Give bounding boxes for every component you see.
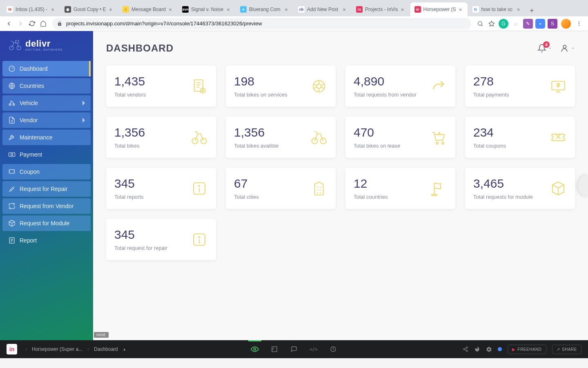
stat-card[interactable]: 234Total coupons [465, 117, 575, 158]
stat-card[interactable]: 345Total reports [106, 168, 216, 209]
forward-button[interactable] [15, 18, 26, 29]
url-text: projects.invisionapp.com/d/main?origin=v… [66, 20, 262, 27]
close-icon[interactable]: × [167, 7, 173, 12]
tab-title: Horsepower (S [423, 7, 456, 12]
ext-zoom-icon[interactable]: ▪ [535, 19, 545, 29]
stat-label: Total payments [473, 92, 509, 98]
hide-button[interactable]: HIDE [94, 332, 109, 338]
sidebar: delivr ANYTIME, ANYWHERE DashboardCountr… [0, 31, 93, 340]
sidebar-item-maintenance[interactable]: Maintenance [2, 130, 91, 145]
stat-card[interactable]: 3,465Total requests for module [465, 168, 575, 209]
preview-mode-icon[interactable] [251, 345, 259, 353]
stats-grid: 1,435Total vendors198Total bikes on serv… [106, 65, 575, 260]
settings-icon[interactable] [486, 346, 492, 352]
stat-label: Total bikes [114, 143, 145, 149]
browser-tab[interactable]: inHorsepower (S× [410, 2, 468, 16]
menu-button[interactable] [573, 18, 585, 29]
bike-icon [310, 129, 327, 146]
history-mode-icon[interactable] [329, 345, 337, 353]
sidebar-item-request-for-module[interactable]: Request for Module [2, 215, 91, 231]
browser-tab[interactable]: MInbox (1,435) -× [2, 2, 60, 16]
close-icon[interactable]: × [458, 7, 463, 12]
stat-card[interactable]: 12Total countries [345, 168, 455, 209]
browser-tab[interactable]: svnSignal v. Noise× [178, 2, 235, 16]
stat-card[interactable]: 345Total request for repair [106, 219, 216, 260]
notifications-button[interactable]: 4 [537, 44, 552, 53]
stat-card[interactable]: 470Total bikes on lease [345, 117, 455, 158]
star-icon[interactable] [486, 18, 497, 29]
browser-tab[interactable]: inProjects - InVis× [352, 2, 409, 16]
stat-card[interactable]: 1,435Total vendors [106, 65, 216, 107]
browser-tab[interactable]: cbAdd New Post× [294, 2, 351, 16]
page-title: DASHBOARD [106, 43, 174, 54]
sidebar-item-request-for-repair[interactable]: Request for Repair [2, 181, 91, 197]
stat-label: Total cities [234, 194, 259, 200]
comment-mode-icon[interactable] [290, 345, 298, 353]
user-menu[interactable] [560, 44, 575, 53]
close-icon[interactable]: × [341, 7, 347, 12]
stat-card[interactable]: 278Total payments [465, 65, 575, 107]
svg-point-4 [579, 25, 579, 25]
close-icon[interactable]: × [400, 7, 405, 12]
close-icon[interactable]: × [283, 7, 289, 12]
close-icon[interactable]: × [516, 7, 521, 12]
sidebar-item-request-from-vendor[interactable]: Request from Vendor [2, 198, 91, 214]
stat-card[interactable]: 4,890Total requests from vendor [345, 65, 455, 107]
zoom-icon[interactable] [474, 18, 486, 29]
close-icon[interactable]: × [225, 7, 231, 12]
sidebar-item-report[interactable]: Report [2, 233, 91, 248]
tab-title: Bluerang Com [249, 7, 282, 12]
close-icon[interactable]: × [108, 7, 114, 12]
build-mode-icon[interactable] [270, 345, 278, 353]
ext-grammarly-icon[interactable]: G [499, 19, 508, 29]
info-icon [191, 180, 208, 197]
share-link-icon[interactable] [463, 346, 468, 352]
stat-card[interactable]: 198Total bikes on services [226, 65, 336, 107]
sidebar-item-payment[interactable]: Payment [2, 147, 91, 162]
crumb-dropdown-icon[interactable]: ▲ [123, 348, 126, 351]
favicon: svn [182, 6, 189, 13]
home-button[interactable] [38, 18, 49, 29]
inspect-mode-icon[interactable]: </> [310, 345, 318, 353]
crumb-screen[interactable]: Dashboard [94, 346, 118, 352]
ext-icon-2[interactable]: ☼ [511, 19, 521, 29]
cloud-icon[interactable] [474, 346, 480, 352]
nav-label: Payment [20, 151, 42, 158]
stat-value: 3,465 [473, 177, 533, 191]
svg-point-25 [436, 142, 438, 144]
stat-value: 4,890 [354, 74, 416, 88]
share-button[interactable]: ↗SHARE [552, 345, 581, 354]
invision-logo[interactable]: in [7, 344, 17, 355]
browser-tab[interactable]: ◉Good Copy • E× [60, 2, 118, 16]
stat-value: 234 [473, 126, 506, 139]
stat-card[interactable]: 1,356Total bikes [106, 117, 216, 158]
building-icon [310, 180, 327, 197]
browser-tab[interactable]: ●Bluerang Com× [236, 2, 293, 16]
ext-icon-3[interactable]: ✎ [523, 19, 533, 29]
nav-label: Countries [20, 83, 44, 89]
sidebar-item-vendor[interactable]: Vendor [2, 112, 91, 128]
browser-tab[interactable]: Ghow to take sc× [468, 2, 526, 16]
svg-point-3 [579, 23, 579, 24]
sidebar-item-countries[interactable]: Countries [2, 78, 91, 94]
sidebar-item-vehicle[interactable]: Vehicle [2, 95, 91, 111]
brand-tagline: ANYTIME, ANYWHERE [25, 48, 63, 51]
stat-value: 67 [234, 177, 259, 191]
address-bar[interactable]: projects.invisionapp.com/d/main?origin=v… [52, 18, 471, 29]
browser-tab[interactable]: ○Message Board× [118, 2, 177, 16]
sidebar-item-dashboard[interactable]: Dashboard [2, 61, 91, 76]
stat-card[interactable]: 1,356Total bikes avalible [226, 117, 336, 158]
profile-avatar[interactable] [561, 19, 571, 29]
stat-label: Total coupons [473, 143, 506, 149]
status-dot-icon[interactable] [498, 347, 502, 351]
new-tab-button[interactable]: + [526, 5, 538, 16]
sidebar-item-coupon[interactable]: Coupon [2, 164, 91, 180]
back-button[interactable] [3, 18, 15, 29]
close-icon[interactable]: × [50, 7, 56, 12]
ext-icon-5[interactable]: S [548, 19, 557, 29]
freehand-button[interactable]: ▶FREEHAND [508, 345, 546, 354]
reload-button[interactable] [26, 18, 38, 29]
logo[interactable]: delivr ANYTIME, ANYWHERE [0, 31, 93, 58]
crumb-project[interactable]: Horsepower (Super a... [32, 346, 82, 352]
stat-card[interactable]: 67Total cities [226, 168, 336, 209]
